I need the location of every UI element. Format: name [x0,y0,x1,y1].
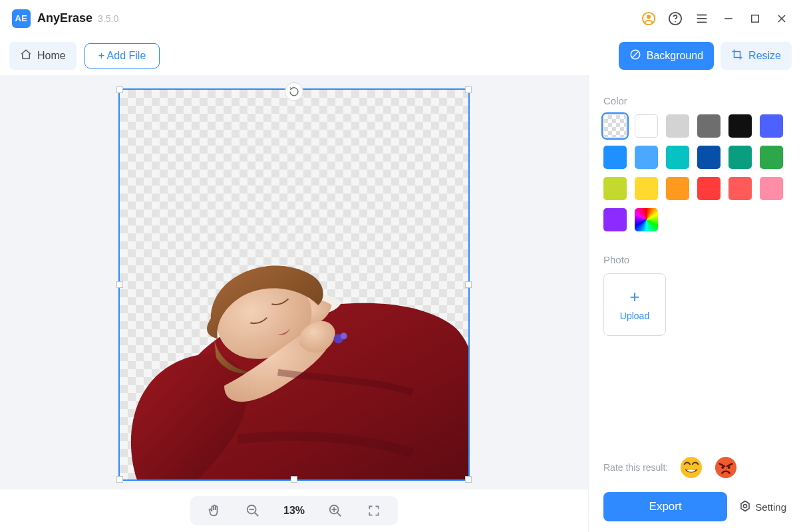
svg-point-1 [647,15,651,19]
color-swatches [603,114,786,231]
color-swatch-yellow[interactable] [635,177,658,200]
app-logo: AE [12,9,31,28]
minimize-icon[interactable] [721,11,736,26]
background-icon [629,49,641,63]
selection-handle[interactable] [116,86,123,93]
rotate-handle-icon[interactable] [285,82,303,101]
crop-icon [731,49,743,63]
toolbar: Home + Add File Background Resize [0,37,801,75]
color-swatch-purple[interactable] [603,208,627,231]
color-swatch-transparent[interactable] [603,114,627,138]
selection-handle[interactable] [465,86,472,93]
zoom-out-icon[interactable] [245,503,261,519]
setting-button[interactable]: Setting [739,500,786,514]
upload-button[interactable]: + Upload [603,273,666,336]
color-section-label: Color [603,95,786,106]
color-swatch-red[interactable] [697,177,721,200]
setting-label: Setting [755,501,786,513]
maximize-icon[interactable] [748,11,762,26]
image-canvas[interactable] [118,88,470,481]
selection-handle[interactable] [465,476,472,483]
svg-point-3 [675,21,676,22]
add-file-label: + Add File [98,50,146,62]
background-button[interactable]: Background [619,42,714,70]
menu-icon[interactable] [695,11,709,26]
gear-icon [739,500,751,514]
zoombar: 13% [0,489,588,532]
svg-point-28 [744,504,747,507]
svg-line-22 [337,513,341,517]
plus-icon: + [629,288,639,305]
canvas-area: 13% [0,75,588,532]
color-swatch-sky[interactable] [635,146,658,169]
color-swatch-lime[interactable] [603,177,627,200]
rate-row: Rate this result: [603,456,786,479]
zoom-value: 13% [283,505,305,517]
selection-handle[interactable] [291,476,297,483]
pan-hand-icon[interactable] [206,503,222,519]
svg-rect-8 [752,15,759,22]
color-swatch-blue[interactable] [603,146,627,169]
svg-line-18 [255,513,259,517]
color-swatch-orange[interactable] [666,177,689,200]
color-swatch-light-gray[interactable] [666,114,689,138]
user-icon[interactable] [641,11,656,26]
photo-section-label: Photo [603,254,786,265]
color-swatch-green[interactable] [760,146,783,169]
svg-point-25 [722,466,724,469]
rate-happy-button[interactable] [680,456,703,479]
upload-label: Upload [620,311,649,321]
export-label: Export [649,500,682,513]
home-icon [20,49,32,63]
color-swatch-pink[interactable] [760,177,783,200]
home-label: Home [37,50,66,62]
color-swatch-white[interactable] [635,114,658,138]
subject-cutout [120,238,468,479]
resize-label: Resize [748,50,781,62]
selection-handle[interactable] [116,476,123,483]
rate-angry-button[interactable] [715,456,737,479]
svg-point-24 [715,457,736,478]
svg-marker-27 [741,501,749,511]
app-name: AnyErase [37,11,92,25]
svg-point-15 [341,332,347,339]
selection-handle[interactable] [116,281,123,288]
color-swatch-rainbow[interactable] [635,208,658,231]
rate-label: Rate this result: [603,462,668,473]
resize-button[interactable]: Resize [721,42,792,70]
color-swatch-indigo[interactable] [760,114,783,138]
color-swatch-navy[interactable] [697,146,721,169]
export-button[interactable]: Export [603,492,727,521]
add-file-button[interactable]: + Add File [84,43,160,68]
svg-point-23 [681,457,702,478]
color-swatch-teal[interactable] [728,146,752,169]
color-swatch-gray[interactable] [697,114,721,138]
selection-handle[interactable] [465,281,472,288]
close-icon[interactable] [774,11,789,26]
app-version: 3.5.0 [98,13,118,24]
svg-point-26 [728,466,730,469]
help-icon[interactable] [668,11,683,26]
titlebar: AE AnyErase 3.5.0 [0,0,801,37]
color-swatch-coral[interactable] [728,177,752,200]
color-swatch-black[interactable] [728,114,752,138]
zoom-in-icon[interactable] [327,503,343,519]
color-swatch-cyan[interactable] [666,146,689,169]
right-panel: Color Photo + Upload Rate this result: E [588,75,801,532]
background-label: Background [647,50,703,62]
fit-screen-icon[interactable] [366,503,382,519]
home-button[interactable]: Home [9,42,77,70]
svg-line-12 [631,51,639,59]
